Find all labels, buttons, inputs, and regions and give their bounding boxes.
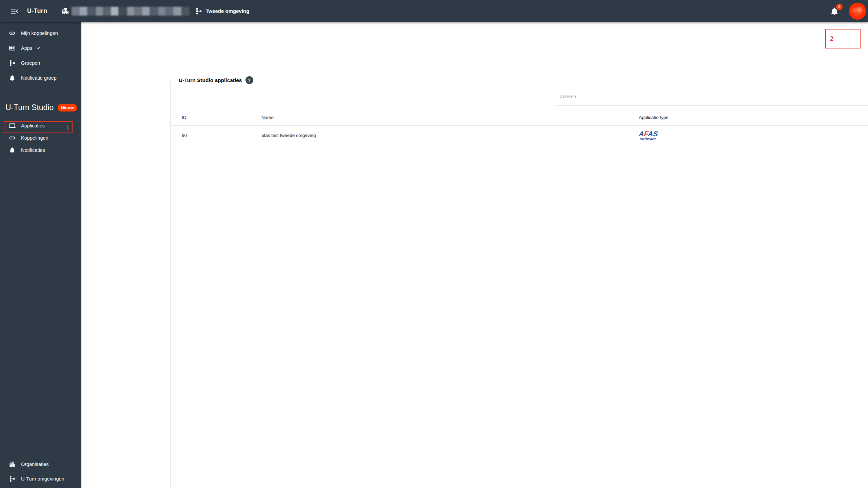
cell-applicatie-type: AFAS software	[639, 130, 868, 141]
bell-icon	[9, 147, 16, 154]
search-row: ✕	[556, 88, 868, 105]
menu-open-icon[interactable]	[9, 6, 19, 16]
header-name: Name	[261, 115, 639, 120]
hierarchy-icon	[9, 60, 16, 66]
building-icon	[9, 461, 16, 468]
sidebar-footer: Organisaties U-Turn omgevingen	[0, 454, 81, 488]
sidebar-item-notificaties[interactable]: Notificaties	[0, 144, 81, 156]
afas-logo: AFAS software	[638, 130, 658, 141]
building-icon	[61, 7, 70, 15]
sidebar-item-label: Apps	[21, 45, 32, 51]
sidebar-item-organisaties[interactable]: Organisaties	[0, 457, 81, 471]
app-bar: U-Turn Tweede omgeving 0	[0, 0, 868, 22]
nieuw-badge: Nieuw	[58, 104, 77, 111]
notification-count-badge: 0	[836, 4, 843, 10]
environment-hierarchy-icon	[195, 7, 202, 15]
chevron-down-icon	[36, 45, 41, 51]
notifications-button[interactable]: 0	[830, 7, 839, 16]
applications-table: ID Name Applicatie type 60 afas test twe…	[171, 109, 868, 145]
app-title: U-Turn	[27, 7, 47, 15]
link-icon	[9, 30, 16, 37]
header-applicatie-type: Applicatie type	[639, 115, 868, 120]
sidebar-item-notificatie-groep[interactable]: Notificatie groep	[0, 70, 81, 85]
sidebar-item-label: Mijn koppelingen	[21, 30, 58, 36]
sidebar-main-list: Mijn koppelingen Apps Groepen	[0, 26, 81, 85]
main-content: U-Turn Studio applicaties ? ✕ ID Name Ap…	[81, 22, 868, 488]
search-input[interactable]	[556, 88, 868, 105]
link-icon	[9, 135, 16, 141]
sidebar-item-label: Organisaties	[21, 462, 48, 467]
sidebar-spacer	[0, 156, 81, 454]
sidebar-item-label: Applicaties	[21, 123, 45, 128]
applications-panel: U-Turn Studio applicaties ? ✕ ID Name Ap…	[171, 80, 868, 488]
sidebar-item-koppelingen[interactable]: Koppelingen	[0, 132, 81, 144]
bell-icon	[9, 75, 16, 81]
studio-list: Applicaties Koppelingen Notificaties	[0, 120, 81, 156]
sidebar-item-label: Notificatie groep	[21, 75, 57, 81]
panel-legend: U-Turn Studio applicaties ?	[175, 76, 257, 84]
environment-group[interactable]: Tweede omgeving	[195, 7, 249, 15]
sidebar-item-groepen[interactable]: Groepen	[0, 56, 81, 70]
studio-section-heading: U-Turn Studio Nieuw	[0, 103, 81, 112]
table-row[interactable]: 60 afas test tweede omgeving AFAS softwa…	[171, 126, 868, 145]
laptop-icon	[9, 122, 16, 129]
table-header-row: ID Name Applicatie type	[171, 109, 868, 126]
avatar[interactable]	[849, 3, 866, 20]
sidebar-item-applicaties[interactable]: Applicaties	[0, 120, 81, 132]
sidebar: Mijn koppelingen Apps Groepen	[0, 22, 81, 488]
sidebar-item-label: Groepen	[21, 60, 40, 66]
panel-title: U-Turn Studio applicaties	[179, 77, 242, 83]
apps-icon	[9, 45, 16, 52]
sidebar-item-mijn-koppelingen[interactable]: Mijn koppelingen	[0, 26, 81, 41]
cell-name: afas test tweede omgeving	[261, 133, 639, 138]
sidebar-item-apps[interactable]: Apps	[0, 41, 81, 56]
help-icon[interactable]: ?	[245, 76, 253, 84]
sidebar-item-label: U-Turn omgevingen	[21, 476, 64, 482]
organization-name-blurred	[72, 7, 190, 16]
organization-group[interactable]	[61, 7, 190, 16]
cell-id: 60	[182, 133, 261, 138]
studio-heading-label: U-Turn Studio	[5, 103, 54, 112]
hierarchy-icon	[9, 475, 16, 482]
environment-label: Tweede omgeving	[205, 8, 249, 14]
header-id: ID	[182, 115, 261, 120]
sidebar-item-uturn-omgevingen[interactable]: U-Turn omgevingen	[0, 471, 81, 486]
sidebar-item-label: Koppelingen	[21, 135, 48, 141]
sidebar-item-label: Notificaties	[21, 147, 45, 153]
